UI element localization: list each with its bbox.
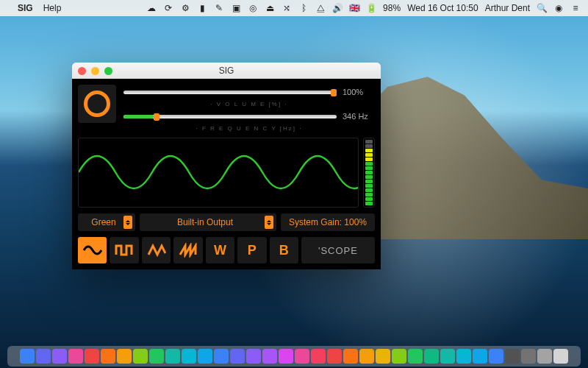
dock-app[interactable]	[198, 349, 212, 364]
system-gain: System Gain: 100%	[281, 213, 375, 231]
color-select-value: Green	[91, 217, 115, 227]
frequency-label: · F R E Q U E N C Y [Hz] ·	[123, 125, 375, 132]
ring-icon	[84, 91, 110, 117]
volume-slider[interactable]	[123, 91, 337, 94]
dock-app[interactable]	[343, 349, 358, 364]
dock-app[interactable]	[117, 349, 132, 364]
sine-button[interactable]	[78, 237, 107, 263]
notifications-icon[interactable]: ≡	[570, 3, 581, 13]
dock-app[interactable]	[149, 349, 164, 364]
volume-value: 100%	[343, 88, 375, 96]
desktop: SIG Help ☁︎ ⟳ ⚙︎ ▮ ✎ ▣ ◎ ⏏︎ ⤭ ᛒ ⧋ 🔊 🇬🇧 🔋…	[0, 0, 588, 368]
frequency-slider[interactable]	[123, 115, 337, 118]
sig-window: SIG 100% · V O L U M E [%] ·	[72, 63, 381, 269]
sync-icon[interactable]: ⟳	[163, 3, 173, 13]
menubar: SIG Help ☁︎ ⟳ ⚙︎ ▮ ✎ ▣ ◎ ⏏︎ ⤭ ᛒ ⧋ 🔊 🇬🇧 🔋…	[0, 0, 588, 16]
menubar-user[interactable]: Arthur Dent	[485, 3, 530, 13]
close-icon[interactable]	[78, 67, 86, 75]
eject-icon[interactable]: ⏏︎	[265, 3, 275, 13]
siri-icon[interactable]: ◉	[553, 3, 564, 13]
battery-icon[interactable]: 🔋	[366, 3, 376, 13]
dock-app[interactable]	[133, 349, 148, 364]
square-button[interactable]	[110, 237, 138, 263]
sawtooth-button[interactable]	[173, 237, 202, 263]
window-title: SIG	[72, 66, 381, 76]
battery-bar-icon[interactable]: ▮	[197, 3, 207, 13]
dock-app[interactable]	[392, 349, 406, 364]
dock-app[interactable]	[359, 349, 374, 364]
dock-app[interactable]	[230, 349, 245, 364]
dock-app[interactable]	[553, 349, 568, 364]
titlebar[interactable]: SIG	[72, 63, 381, 79]
dock[interactable]	[7, 346, 581, 367]
bluetooth-icon[interactable]: ᛒ	[298, 3, 309, 13]
menubar-app-name[interactable]: SIG	[18, 3, 33, 13]
dock-app[interactable]	[52, 349, 67, 364]
volume-thumb[interactable]	[331, 89, 337, 96]
dock-app[interactable]	[36, 349, 51, 364]
display-icon[interactable]: ▣	[231, 3, 241, 13]
output-select-value: Built-in Output	[177, 217, 233, 227]
dock-app[interactable]	[182, 349, 196, 364]
triangle-button[interactable]	[142, 237, 171, 263]
wifi-icon[interactable]: ⧋	[315, 3, 326, 13]
dock-app[interactable]	[311, 349, 326, 364]
flag-icon[interactable]: 🇬🇧	[349, 3, 359, 13]
dock-app[interactable]	[85, 349, 99, 364]
output-select[interactable]: Built-in Output	[140, 213, 276, 231]
dock-app[interactable]	[505, 349, 520, 364]
system-gain-text: System Gain: 100%	[289, 217, 367, 227]
dock-app[interactable]	[537, 349, 552, 364]
dock-app[interactable]	[473, 349, 487, 364]
dock-app[interactable]	[20, 349, 35, 364]
dock-app[interactable]	[246, 349, 261, 364]
chevron-updown-icon	[265, 216, 273, 229]
shuffle-icon[interactable]: ⤭	[282, 3, 292, 13]
zoom-icon[interactable]	[104, 67, 112, 75]
dock-app[interactable]	[376, 349, 390, 364]
output-indicator[interactable]	[78, 85, 116, 123]
p-button[interactable]: P	[237, 237, 266, 263]
dock-app[interactable]	[68, 349, 83, 364]
frequency-value: 346 Hz	[343, 112, 375, 121]
color-select[interactable]: Green	[78, 213, 135, 231]
volume-label: · V O L U M E [%] ·	[123, 101, 375, 107]
dock-app[interactable]	[165, 349, 180, 364]
w-button[interactable]: W	[206, 237, 234, 263]
dock-app[interactable]	[279, 349, 293, 364]
level-meter	[363, 138, 375, 208]
menubar-datetime[interactable]: Wed 16 Oct 10:50	[407, 3, 478, 13]
chevron-updown-icon	[123, 216, 132, 229]
frequency-thumb[interactable]	[154, 113, 159, 121]
dock-app[interactable]	[456, 349, 471, 364]
battery-percent: 98%	[383, 3, 401, 13]
minimize-icon[interactable]	[91, 67, 99, 75]
dock-app[interactable]	[408, 349, 423, 364]
spotlight-icon[interactable]: 🔍	[537, 3, 547, 13]
gear-icon[interactable]: ⚙︎	[180, 3, 190, 13]
cloud-icon[interactable]: ☁︎	[146, 3, 157, 13]
dock-app[interactable]	[327, 349, 342, 364]
b-button[interactable]: B	[270, 237, 298, 263]
dock-app[interactable]	[424, 349, 439, 364]
dock-app[interactable]	[262, 349, 277, 364]
tool-icon[interactable]: ✎	[214, 3, 224, 13]
oscilloscope	[78, 138, 359, 208]
dock-app[interactable]	[440, 349, 455, 364]
dock-app[interactable]	[489, 349, 503, 364]
dock-app[interactable]	[295, 349, 309, 364]
scope-button[interactable]: 'SCOPE	[301, 237, 375, 263]
volume-icon[interactable]: 🔊	[332, 3, 343, 13]
menubar-help[interactable]: Help	[43, 3, 62, 13]
dock-app[interactable]	[214, 349, 229, 364]
dock-app[interactable]	[521, 349, 536, 364]
dock-app[interactable]	[101, 349, 115, 364]
globe-icon[interactable]: ◎	[248, 3, 258, 13]
